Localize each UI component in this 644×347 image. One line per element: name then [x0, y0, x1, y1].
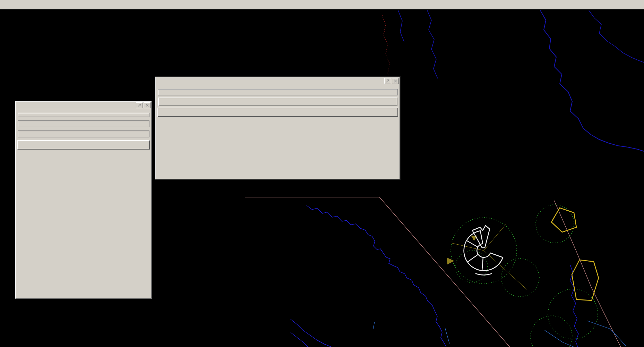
sector-boundary-layer — [245, 197, 621, 347]
sectorization-apply-button[interactable] — [158, 98, 397, 106]
cws-radar-screen: { "top_bar": { "brand": "CWS-0", "cells"… — [0, 0, 644, 347]
filter-close-button[interactable] — [17, 140, 150, 150]
close-icon[interactable] — [392, 78, 399, 84]
top-status-bar — [0, 0, 644, 9]
pin-icon[interactable] — [384, 78, 391, 84]
filter-titlebar[interactable] — [16, 102, 151, 109]
options-group — [18, 113, 149, 117]
route-lines-layer — [373, 321, 626, 347]
filter-window — [15, 101, 152, 299]
close-icon[interactable] — [144, 102, 151, 108]
pin-icon[interactable] — [136, 102, 143, 108]
restricted-areas-layer — [551, 208, 599, 301]
sectorization-close-button[interactable] — [157, 108, 398, 117]
sectorization-titlebar[interactable] — [156, 78, 399, 85]
mode3a-group — [18, 120, 149, 127]
holding-pattern-shape — [464, 226, 503, 275]
app-sector-group — [158, 89, 398, 95]
callsign-group — [18, 130, 149, 137]
sectorization-window — [155, 77, 400, 179]
